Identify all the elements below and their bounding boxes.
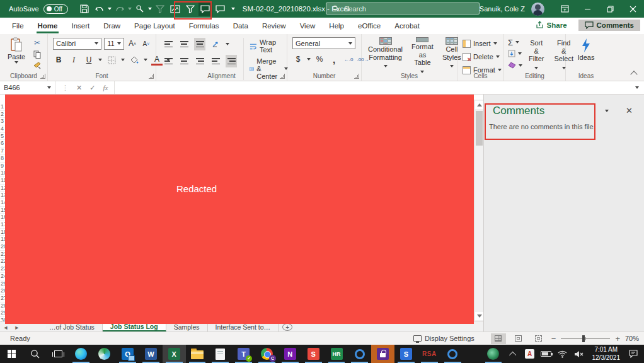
conditional-formatting-button[interactable]: ConditionalFormatting: [364, 36, 406, 71]
taskbar-smartsheet[interactable]: S: [302, 345, 325, 363]
autosave-toggle[interactable]: Off: [43, 4, 68, 14]
display-settings-button[interactable]: Display Settings: [413, 335, 474, 342]
borders-button[interactable]: [106, 54, 117, 66]
taskbar-hr-app[interactable]: HR: [325, 345, 348, 363]
align-center-button[interactable]: [178, 55, 190, 67]
ribbon-tab[interactable]: Help: [322, 19, 351, 33]
taskbar-outlook[interactable]: O: [116, 345, 139, 363]
currency-button[interactable]: $: [292, 53, 304, 66]
comments-pane-close-icon[interactable]: [626, 106, 633, 115]
pen-dropdown-icon[interactable]: [148, 8, 152, 10]
comments-pane-menu-icon[interactable]: [605, 110, 609, 112]
ribbon-tab[interactable]: Insert: [64, 19, 96, 33]
task-view-button[interactable]: [47, 345, 70, 363]
restore-button[interactable]: [599, 0, 621, 18]
ribbon-tab[interactable]: Page Layout: [127, 19, 182, 33]
orientation-dropdown-icon[interactable]: [226, 43, 229, 45]
new-sheet-icon[interactable]: +: [282, 323, 292, 331]
tray-volume[interactable]: [571, 350, 587, 358]
sort-filter-button[interactable]: AZ Sort &Filter: [525, 36, 548, 71]
align-right-button[interactable]: [194, 55, 205, 67]
cancel-entry-icon[interactable]: [76, 84, 82, 92]
shrink-font-button[interactable]: A˅: [141, 37, 152, 50]
qat-overflow-icon[interactable]: [231, 8, 235, 10]
number-format-combo[interactable]: General: [292, 37, 355, 49]
italic-button[interactable]: I: [68, 54, 79, 66]
scroll-up-icon[interactable]: [475, 101, 483, 109]
format-painter-icon[interactable]: [32, 60, 43, 71]
minimize-button[interactable]: [576, 0, 599, 18]
alignment-launcher-icon[interactable]: [280, 74, 285, 79]
name-box[interactable]: B466: [0, 81, 55, 94]
zoom-slider[interactable]: [561, 338, 610, 339]
new-comment-icon[interactable]: [214, 2, 227, 16]
taskbar-vpn-globe[interactable]: [482, 345, 505, 363]
ribbon-tab[interactable]: Home: [31, 19, 65, 33]
taskbar-rsa[interactable]: RSA: [418, 345, 441, 363]
increase-indent-button[interactable]: [226, 55, 237, 67]
underline-button[interactable]: U: [83, 54, 95, 66]
font-family-combo[interactable]: Calibri: [53, 38, 101, 50]
taskbar-teams[interactable]: T✓: [232, 345, 255, 363]
tray-clock[interactable]: 7:01 AM12/3/2021: [587, 346, 626, 362]
comma-style-button[interactable]: ,: [328, 53, 340, 66]
avatar[interactable]: [531, 3, 544, 16]
taskbar-file-explorer[interactable]: [186, 345, 209, 363]
view-page-layout-button[interactable]: [511, 333, 526, 344]
user-name[interactable]: Sanuik, Cole Z: [480, 5, 525, 13]
ribbon-tab[interactable]: Draw: [96, 19, 127, 33]
ribbon-display-options-icon[interactable]: [553, 0, 576, 18]
ribbon-tab[interactable]: Review: [255, 19, 293, 33]
copy-icon[interactable]: [32, 49, 43, 59]
grow-font-button[interactable]: A˄: [127, 37, 138, 50]
filter-icon[interactable]: [183, 2, 197, 16]
bold-button[interactable]: B: [53, 54, 64, 66]
clear-button[interactable]: [508, 60, 522, 71]
comments-toggle-button[interactable]: Comments: [578, 20, 640, 31]
show-comments-icon[interactable]: [198, 2, 212, 16]
ribbon-tab[interactable]: Data: [226, 19, 255, 33]
ribbon-tab[interactable]: View: [293, 19, 323, 33]
taskbar-word[interactable]: W: [139, 345, 163, 363]
taskbar-excel[interactable]: X: [163, 345, 186, 363]
taskbar-edge[interactable]: [69, 345, 93, 363]
ribbon-tab[interactable]: File: [5, 19, 31, 33]
ribbon-tab[interactable]: eOffice: [351, 19, 388, 33]
orientation-button[interactable]: [210, 38, 221, 50]
decrease-indent-button[interactable]: [210, 55, 221, 67]
share-button[interactable]: Share: [531, 19, 572, 31]
cut-icon[interactable]: ✂: [32, 38, 43, 48]
scrollbar-thumb[interactable]: [476, 111, 483, 146]
view-page-break-button[interactable]: [531, 333, 546, 344]
zoom-out-button[interactable]: −: [551, 334, 556, 343]
tray-action-center[interactable]: [625, 350, 641, 358]
font-launcher-icon[interactable]: [149, 74, 154, 79]
zoom-in-button[interactable]: +: [615, 334, 620, 343]
close-button[interactable]: [621, 0, 644, 18]
insert-function-icon[interactable]: fx: [103, 84, 108, 91]
save-icon[interactable]: [78, 2, 91, 16]
paste-button[interactable]: Paste: [4, 36, 29, 71]
taskbar-s-app[interactable]: S: [394, 345, 418, 363]
formula-input[interactable]: [115, 81, 630, 94]
pen-icon[interactable]: [133, 2, 147, 16]
clipboard-launcher-icon[interactable]: [40, 74, 45, 79]
ribbon-tab[interactable]: Formulas: [182, 19, 226, 33]
wrap-text-button[interactable]: Wrap Text: [250, 38, 288, 54]
vertical-scrollbar[interactable]: [474, 100, 483, 321]
fill-color-dropdown-icon[interactable]: [144, 59, 147, 61]
zoom-level[interactable]: 70%: [625, 335, 639, 342]
confirm-entry-icon[interactable]: [89, 84, 95, 92]
undo-icon[interactable]: [93, 2, 106, 16]
underline-dropdown-icon[interactable]: [98, 59, 102, 61]
picture-icon[interactable]: [168, 2, 182, 16]
taskbar-security-app[interactable]: [371, 345, 394, 363]
increase-decimal-button[interactable]: ←.0: [343, 53, 354, 66]
taskbar-notes-app[interactable]: [209, 345, 232, 363]
taskbar-search-button[interactable]: [23, 345, 47, 363]
paste-dropdown-icon[interactable]: [14, 61, 18, 64]
tray-battery[interactable]: [538, 351, 555, 357]
start-button[interactable]: [0, 345, 23, 363]
undo-dropdown-icon[interactable]: [108, 8, 112, 10]
fill-color-button[interactable]: [129, 54, 140, 66]
